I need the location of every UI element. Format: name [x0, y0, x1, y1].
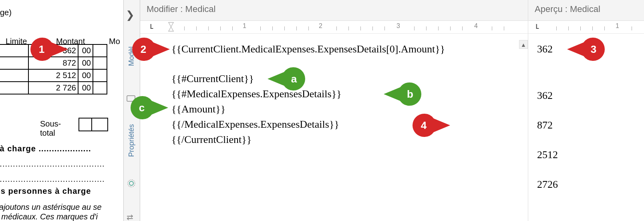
preview-value: 2512: [537, 149, 558, 161]
ruler-number: 3: [396, 22, 400, 30]
svg-rect-0: [127, 96, 135, 101]
amount-cell[interactable]: 2 726: [28, 82, 78, 94]
preview-ruler[interactable]: L 1: [528, 21, 644, 34]
amount-cell[interactable]: 2 512: [28, 69, 78, 82]
template-line[interactable]: {{/CurrentClient}}: [171, 134, 252, 146]
dots-line-2: ........................................…: [0, 175, 105, 183]
editor-header: Modifier : Medical: [140, 0, 528, 21]
amount-cell[interactable]: 362: [28, 44, 78, 57]
line-nts-a-charge: nts à charge ....................: [0, 144, 91, 153]
editor-ruler[interactable]: L 1 2 3 4: [140, 21, 528, 34]
template-preview: 362 362 872 2512 2726: [528, 34, 644, 221]
ruler-number: 2: [319, 22, 322, 30]
svg-point-1: [129, 181, 133, 185]
tab-models[interactable]: Modèl: [127, 46, 136, 66]
hourglass-icon[interactable]: [167, 22, 175, 34]
subtotal-label: Sous-total: [40, 119, 61, 138]
amount-cell[interactable]: 872: [28, 57, 78, 69]
tab-properties[interactable]: Propriétés: [127, 124, 136, 157]
source-form-fragment: ge) Limite Montant Mo 36200 87200 2 5120…: [0, 0, 123, 221]
amount-dec[interactable]: 00: [78, 57, 93, 69]
preview-value: 362: [537, 43, 553, 55]
template-editor[interactable]: {{CurrentClient.MedicalExpenses.Expenses…: [140, 34, 520, 221]
models-icon[interactable]: [127, 94, 135, 104]
template-line[interactable]: {{#CurrentClient}}: [171, 73, 254, 85]
line-autres-personnes: utres personnes à charge: [0, 187, 91, 195]
table-row: 36200: [0, 44, 107, 57]
amount-dec[interactable]: 00: [78, 44, 93, 57]
template-line[interactable]: {{CurrentClient.MedicalExpenses.Expenses…: [171, 43, 445, 55]
amount-dec[interactable]: 00: [78, 69, 93, 82]
expand-chevron-icon[interactable]: ❯: [126, 9, 135, 21]
template-line[interactable]: {{Amount}}: [171, 103, 225, 115]
dots-line-1: ........................................…: [0, 159, 105, 168]
subtotal-cell[interactable]: [78, 118, 92, 131]
truncated-age-text: ge): [0, 8, 12, 17]
template-line[interactable]: {{#MedicalExpenses.ExpensesDetails}}: [171, 88, 342, 100]
preview-title: Aperçu : Medical: [535, 4, 600, 14]
scroll-up-button[interactable]: ▲: [519, 40, 528, 49]
ruler-number: 1: [616, 22, 619, 30]
properties-gear-icon[interactable]: [127, 179, 136, 190]
template-line[interactable]: {{/MedicalExpenses.ExpensesDetails}}: [171, 119, 339, 131]
ruler-number: 1: [243, 22, 246, 30]
footnote-line-2: frais médicaux. Ces marques d'i: [0, 212, 98, 221]
bottom-toggle-icon[interactable]: ⇄: [127, 212, 133, 221]
footnote-line-1: ous ajoutons un astérisque au se: [0, 203, 102, 212]
preview-value: 362: [537, 90, 553, 102]
svg-point-2: [128, 180, 135, 187]
col-header-mo: Mo: [109, 37, 120, 46]
ruler-origin-icon: L: [150, 23, 153, 30]
table-row: 2 51200: [0, 69, 107, 82]
amounts-table: 36200 87200 2 51200 2 72600: [0, 44, 107, 94]
ruler-origin-icon: L: [535, 23, 539, 30]
amount-dec[interactable]: 00: [78, 82, 93, 94]
preview-value: 872: [537, 119, 553, 131]
ruler-number: 4: [474, 22, 478, 30]
subtotal-cell-2[interactable]: [92, 118, 108, 131]
editor-title: Modifier : Medical: [147, 4, 215, 14]
preview-value: 2726: [537, 179, 558, 191]
table-row: 87200: [0, 57, 107, 69]
table-row: 2 72600: [0, 82, 107, 94]
preview-header: Aperçu : Medical: [528, 0, 644, 21]
